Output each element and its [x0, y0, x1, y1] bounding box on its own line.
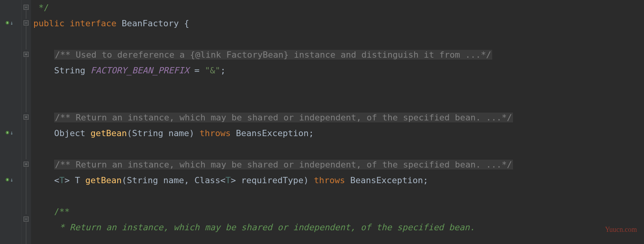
- watermark-text: Yuucn.com: [605, 226, 637, 234]
- code-line[interactable]: Object getBean(String name) throws Beans…: [33, 126, 644, 141]
- code-line[interactable]: /** Return an instance, which may be sha…: [33, 110, 644, 126]
- code-line[interactable]: [33, 31, 644, 47]
- code-content[interactable]: */ public interface BeanFactory { /** Us…: [31, 0, 644, 244]
- override-gutter-icon[interactable]: I ↓: [5, 176, 13, 184]
- code-line[interactable]: [33, 78, 644, 94]
- folded-javadoc[interactable]: /** Return an instance, which may be sha…: [54, 113, 513, 122]
- fold-expand-icon[interactable]: +: [24, 162, 29, 167]
- code-line[interactable]: [33, 141, 644, 157]
- fold-collapse-icon[interactable]: −: [24, 5, 29, 10]
- code-editor: I ↓ I ↓ I ↓ − − + + + − */ public interf…: [0, 0, 644, 244]
- fold-expand-icon[interactable]: +: [24, 52, 29, 57]
- code-line[interactable]: /** Used to dereference a {@link Factory…: [33, 47, 644, 63]
- code-line[interactable]: /** Return an instance, which may be sha…: [33, 157, 644, 173]
- folded-javadoc[interactable]: /** Return an instance, which may be sha…: [54, 160, 513, 169]
- icon-gutter: I ↓ I ↓ I ↓: [0, 0, 22, 244]
- code-line[interactable]: String FACTORY_BEAN_PREFIX = "&";: [33, 63, 644, 78]
- code-line[interactable]: * Return an instance, which may be share…: [33, 220, 644, 235]
- down-arrow-icon: ↓: [10, 20, 13, 26]
- fold-collapse-icon[interactable]: −: [24, 217, 29, 222]
- fold-gutter: − − + + + −: [22, 0, 31, 244]
- code-line[interactable]: [33, 94, 644, 110]
- fold-expand-icon[interactable]: +: [24, 115, 29, 120]
- code-line[interactable]: public interface BeanFactory {: [33, 16, 644, 31]
- code-line[interactable]: */: [33, 0, 644, 16]
- override-gutter-icon[interactable]: I ↓: [5, 129, 13, 137]
- code-line[interactable]: [33, 188, 644, 204]
- interface-gutter-icon[interactable]: I ↓: [5, 19, 13, 27]
- down-arrow-icon: ↓: [10, 129, 13, 136]
- code-line[interactable]: /**: [33, 204, 644, 220]
- fold-collapse-icon[interactable]: −: [24, 20, 29, 25]
- folded-javadoc[interactable]: /** Used to dereference a {@link Factory…: [54, 50, 492, 60]
- down-arrow-icon: ↓: [10, 177, 13, 183]
- code-line[interactable]: <T> T getBean(String name, Class<T> requ…: [33, 173, 644, 188]
